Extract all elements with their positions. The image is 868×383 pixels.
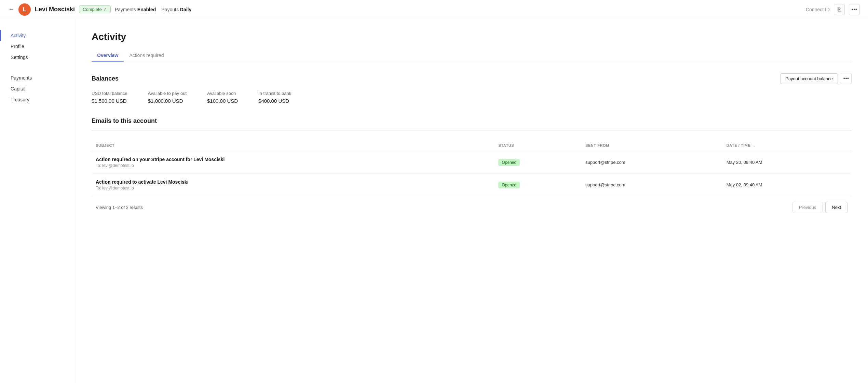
row1-subject-main: Action required on your Stripe account f… — [96, 157, 490, 162]
row1-sent-from: support@stripe.com — [581, 151, 722, 174]
row1-date-time: May 20, 09:40 AM — [722, 151, 852, 174]
balance-available-payout-label: Available to pay out — [148, 91, 187, 96]
emails-table-body: Action required on your Stripe account f… — [92, 151, 852, 196]
row2-date-time: May 02, 09:40 AM — [722, 174, 852, 196]
balance-usd-total: USD total balance $1,500.00 USD — [92, 91, 127, 104]
sidebar-item-settings[interactable]: Settings — [0, 52, 75, 63]
account-logo: L — [18, 3, 31, 16]
row2-status: Opened — [494, 174, 581, 196]
payout-account-balance-button[interactable]: Payout account balance — [780, 73, 838, 84]
tab-overview[interactable]: Overview — [92, 49, 124, 62]
row2-subject-main: Action required to activate Levi Moscisk… — [96, 179, 490, 185]
row2-status-badge: Opened — [498, 182, 520, 188]
row1-status-badge: Opened — [498, 159, 520, 166]
row1-subject: Action required on your Stripe account f… — [92, 151, 494, 174]
balances-title: Balances — [92, 75, 119, 82]
balance-available-payout-value: $1,000.00 USD — [148, 98, 187, 104]
pagination-row: Viewing 1–2 of 2 results Previous Next — [92, 196, 852, 213]
status-badge: Complete ✓ — [79, 5, 111, 13]
balance-usd-total-label: USD total balance — [92, 91, 127, 96]
next-button[interactable]: Next — [825, 202, 847, 213]
sidebar-section-1: Activity Profile Settings — [0, 30, 75, 63]
status-check-icon: ✓ — [103, 7, 107, 12]
sort-icon: ↓ — [753, 143, 755, 147]
balance-usd-total-value: $1,500.00 USD — [92, 98, 127, 104]
tab-actions-required[interactable]: Actions required — [124, 49, 169, 62]
balance-in-transit-value: $400.00 USD — [258, 98, 291, 104]
connect-id-label: Connect ID — [806, 7, 830, 12]
status-label: Complete — [83, 7, 102, 12]
balances-more-button[interactable]: ••• — [841, 73, 852, 84]
table-row[interactable]: Action required on your Stripe account f… — [92, 151, 852, 174]
emails-table-head: SUBJECT STATUS SENT FROM DATE / TIME ↓ — [92, 140, 852, 151]
back-icon: ← — [8, 6, 14, 13]
row2-sent-from: support@stripe.com — [581, 174, 722, 196]
balance-available-soon-value: $100.00 USD — [207, 98, 238, 104]
col-date-time-label: DATE / TIME — [727, 143, 751, 147]
payments-meta: Payments Enabled — [115, 7, 156, 12]
balance-in-transit-label: In transit to bank — [258, 91, 291, 96]
col-subject: SUBJECT — [92, 140, 494, 151]
sidebar-item-capital[interactable]: Capital — [0, 83, 75, 94]
sidebar: Activity Profile Settings Payments Capit… — [0, 19, 75, 383]
sidebar-item-payments[interactable]: Payments — [0, 72, 75, 83]
col-date-time[interactable]: DATE / TIME ↓ — [722, 140, 852, 151]
emails-table: SUBJECT STATUS SENT FROM DATE / TIME ↓ A… — [92, 140, 852, 196]
page-title: Activity — [92, 31, 852, 42]
viewing-text: Viewing 1–2 of 2 results — [96, 205, 143, 210]
header-meta: Payments Enabled Payouts Daily — [115, 7, 192, 12]
table-row[interactable]: Action required to activate Levi Moscisk… — [92, 174, 852, 196]
sidebar-item-profile[interactable]: Profile — [0, 41, 75, 52]
balances-actions: Payout account balance ••• — [780, 73, 852, 84]
emails-section: Emails to this account SUBJECT STATUS SE… — [92, 117, 852, 213]
sidebar-section-2: Payments Capital Treasury — [0, 72, 75, 105]
pagination-buttons: Previous Next — [792, 202, 847, 213]
row1-status: Opened — [494, 151, 581, 174]
balance-available-payout: Available to pay out $1,000.00 USD — [148, 91, 187, 104]
row2-subject: Action required to activate Levi Moscisk… — [92, 174, 494, 196]
more-icon: ••• — [852, 6, 857, 13]
layout: Activity Profile Settings Payments Capit… — [0, 19, 868, 383]
emails-title: Emails to this account — [92, 117, 852, 125]
balance-available-soon: Available soon $100.00 USD — [207, 91, 238, 104]
balances-more-icon: ••• — [843, 75, 849, 82]
previous-button[interactable]: Previous — [792, 202, 823, 213]
header-right: Connect ID ⎘ ••• — [806, 4, 860, 15]
col-sent-from: SENT FROM — [581, 140, 722, 151]
payouts-meta: Payouts Daily — [161, 7, 191, 12]
balance-available-soon-label: Available soon — [207, 91, 238, 96]
balances-section-header: Balances Payout account balance ••• — [92, 73, 852, 84]
emails-table-header-row: SUBJECT STATUS SENT FROM DATE / TIME ↓ — [92, 140, 852, 151]
sidebar-item-treasury[interactable]: Treasury — [0, 94, 75, 105]
account-name: Levi Mosciski — [35, 6, 75, 13]
header-left: ← L Levi Mosciski Complete ✓ Payments En… — [8, 3, 800, 16]
balance-in-transit: In transit to bank $400.00 USD — [258, 91, 291, 104]
main-content: Activity Overview Actions required Balan… — [75, 19, 868, 383]
row2-subject-sub: To: levi@demotest.io — [96, 186, 490, 190]
row1-subject-sub: To: levi@demotest.io — [96, 163, 490, 168]
col-status: STATUS — [494, 140, 581, 151]
emails-divider — [92, 130, 852, 130]
sidebar-item-activity[interactable]: Activity — [0, 30, 75, 41]
more-options-button[interactable]: ••• — [849, 4, 860, 15]
balances-grid: USD total balance $1,500.00 USD Availabl… — [92, 91, 852, 104]
header: ← L Levi Mosciski Complete ✓ Payments En… — [0, 0, 868, 19]
tabs: Overview Actions required — [92, 49, 852, 62]
copy-icon-button[interactable]: ⎘ — [834, 4, 845, 15]
back-button[interactable]: ← — [8, 6, 14, 13]
logo-text: L — [23, 6, 26, 13]
copy-icon: ⎘ — [838, 6, 841, 13]
